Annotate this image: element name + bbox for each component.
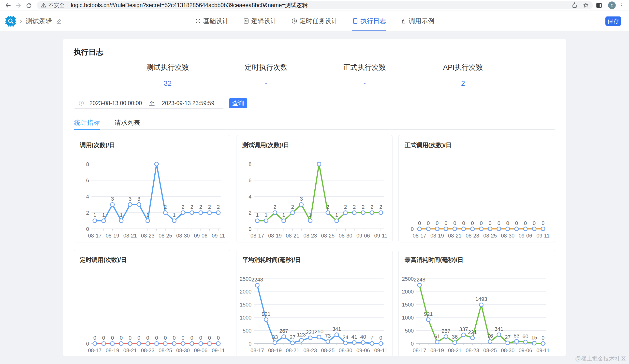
svg-text:2000: 2000 <box>240 289 251 295</box>
svg-text:40: 40 <box>360 334 366 340</box>
save-button[interactable]: 保存 <box>605 16 621 26</box>
svg-text:08-19: 08-19 <box>106 348 119 354</box>
svg-text:0: 0 <box>93 335 96 341</box>
svg-text:0: 0 <box>379 335 382 341</box>
svg-text:08-17: 08-17 <box>250 348 264 354</box>
chart-title: 平均消耗时间(毫秒)/日 <box>242 256 387 264</box>
browser-menu-icon[interactable] <box>618 2 626 9</box>
svg-text:08-21: 08-21 <box>123 348 137 354</box>
avatar[interactable]: t <box>608 1 616 9</box>
svg-text:1: 1 <box>335 212 338 218</box>
svg-text:0: 0 <box>427 220 430 226</box>
svg-text:0: 0 <box>506 220 509 226</box>
browser-chrome: 不安全 logic.bctools.cn/#/ruleDesign?secret… <box>0 0 629 11</box>
svg-text:08-19: 08-19 <box>268 233 282 239</box>
svg-text:08-17: 08-17 <box>88 233 102 239</box>
warning-icon <box>41 2 46 8</box>
svg-text:09-06: 09-06 <box>194 233 207 239</box>
svg-text:2: 2 <box>249 210 251 216</box>
svg-text:2248: 2248 <box>414 277 426 283</box>
svg-text:09-06: 09-06 <box>356 348 370 354</box>
svg-text:08-21: 08-21 <box>123 233 137 239</box>
svg-text:2: 2 <box>208 204 211 210</box>
svg-text:08-17: 08-17 <box>413 233 426 239</box>
execution-log-card: 执行日志 测试执行次数 32 定时执行次数 - 正式执行次数 - API执行次数… <box>63 39 566 356</box>
stat-timer-exec: 定时执行次数 - <box>217 63 315 87</box>
svg-text:08-30: 08-30 <box>176 348 190 354</box>
subtab-request-list[interactable]: 请求列表 <box>114 118 141 129</box>
svg-text:08-30: 08-30 <box>339 348 352 354</box>
svg-text:0: 0 <box>454 220 457 226</box>
svg-text:09-11: 09-11 <box>212 348 225 354</box>
svg-text:921: 921 <box>262 311 270 317</box>
svg-text:08-25: 08-25 <box>321 348 334 354</box>
svg-text:09-11: 09-11 <box>374 233 387 239</box>
date-filter-row: 2023-08-13 00:00:00 至 2023-09-13 23:59:5… <box>74 98 555 109</box>
svg-text:08-30: 08-30 <box>176 233 190 239</box>
stat-value: - <box>315 79 414 87</box>
svg-text:2: 2 <box>326 204 329 210</box>
chart-title: 正式调用(次数)/日 <box>405 141 549 149</box>
stat-formal-exec: 正式执行次数 - <box>315 63 414 87</box>
svg-text:08-17: 08-17 <box>250 233 264 239</box>
stat-value: 2 <box>414 79 512 87</box>
svg-text:09-11: 09-11 <box>537 348 550 354</box>
svg-text:0: 0 <box>533 220 536 226</box>
svg-text:2248: 2248 <box>251 277 263 283</box>
svg-text:09-11: 09-11 <box>537 233 550 239</box>
stat-value: 32 <box>119 79 217 87</box>
query-button[interactable]: 查询 <box>229 98 247 108</box>
tab-timer-task-design[interactable]: 定时任务设计 <box>291 11 338 31</box>
reload-icon[interactable] <box>25 2 32 9</box>
svg-text:250: 250 <box>314 329 323 335</box>
svg-text:08-23: 08-23 <box>466 233 479 239</box>
svg-text:0: 0 <box>208 335 211 341</box>
subtab-statistics[interactable]: 统计指标 <box>74 118 100 129</box>
tab-basic-design[interactable]: 基础设计 <box>195 11 229 31</box>
svg-text:4: 4 <box>86 194 89 200</box>
svg-text:08-23: 08-23 <box>303 348 317 354</box>
svg-text:0: 0 <box>418 220 421 226</box>
svg-text:0: 0 <box>497 220 500 226</box>
svg-text:0: 0 <box>146 335 149 341</box>
url-bar[interactable]: 不安全 logic.bctools.cn/#/ruleDesign?secret… <box>37 1 593 9</box>
svg-text:08-19: 08-19 <box>106 233 119 239</box>
svg-text:0: 0 <box>249 341 251 347</box>
line-chart: 0246808-1708-1908-2108-2308-2508-3009-06… <box>80 150 224 240</box>
avatar-letter: t <box>611 3 613 8</box>
share-icon[interactable] <box>571 2 578 9</box>
log-file-icon <box>352 18 358 24</box>
svg-text:0: 0 <box>542 220 545 226</box>
tab-execution-log[interactable]: 执行日志 <box>352 11 386 31</box>
tab-logic-design[interactable]: 逻辑设计 <box>243 11 277 31</box>
svg-text:76: 76 <box>487 333 493 339</box>
svg-text:2: 2 <box>199 204 202 210</box>
side-panel-icon[interactable] <box>595 2 603 9</box>
edit-pencil-icon[interactable] <box>56 18 62 24</box>
bookmark-star-icon[interactable] <box>582 2 589 9</box>
stat-test-exec: 测试执行次数 32 <box>119 63 217 87</box>
clock-icon <box>78 100 84 106</box>
date-range-picker[interactable]: 2023-08-13 00:00:00 至 2023-09-13 23:59:5… <box>74 98 224 109</box>
tab-label: 执行日志 <box>361 17 386 25</box>
chart-title: 调用(次数)/日 <box>80 141 224 149</box>
date-from: 2023-08-13 00:00:00 <box>84 100 147 107</box>
svg-text:1: 1 <box>173 212 176 218</box>
svg-text:2: 2 <box>379 204 382 210</box>
breadcrumb: › 测试逻辑 <box>0 16 62 26</box>
back-icon[interactable] <box>4 2 12 9</box>
app-logo[interactable] <box>5 16 16 26</box>
svg-text:2: 2 <box>273 204 276 210</box>
tab-call-example[interactable]: 调用示例 <box>400 11 434 31</box>
svg-text:1000: 1000 <box>240 315 251 321</box>
svg-text:08-25: 08-25 <box>321 233 334 239</box>
svg-text:0: 0 <box>436 220 439 226</box>
svg-text:08-23: 08-23 <box>466 348 479 354</box>
chart-card-1: 调用(次数)/日0246808-1708-1908-2108-2308-2508… <box>74 135 230 243</box>
stat-label: 测试执行次数 <box>119 63 217 72</box>
tab-label: 逻辑设计 <box>251 17 277 25</box>
svg-text:500: 500 <box>243 328 251 334</box>
svg-text:08-19: 08-19 <box>430 348 444 354</box>
forward-icon[interactable] <box>15 2 22 9</box>
svg-text:0: 0 <box>542 335 545 341</box>
